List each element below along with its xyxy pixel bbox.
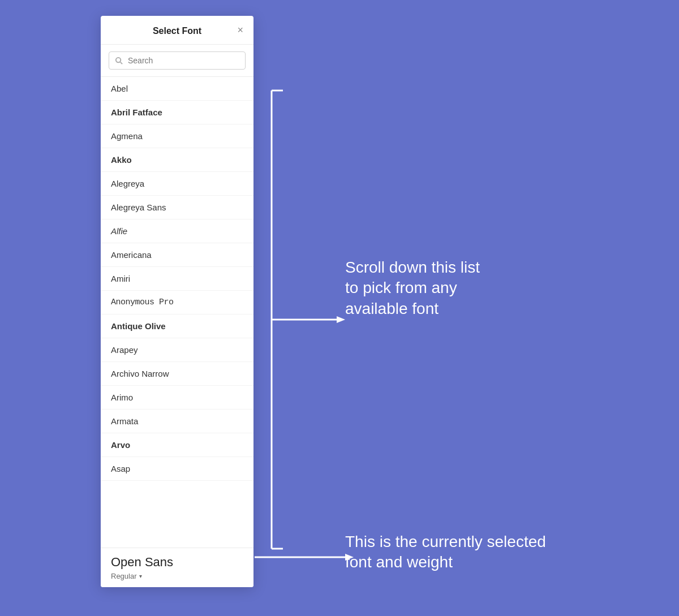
font-list-item[interactable]: Arvo (101, 433, 253, 457)
font-list-item[interactable]: Antique Olive (101, 315, 253, 338)
font-list-item[interactable]: Americana (101, 243, 253, 267)
font-list-item[interactable]: Alfie (101, 219, 253, 243)
dialog-title: Select Font (153, 26, 201, 36)
font-list-item[interactable]: Alegreya Sans (101, 196, 253, 219)
scroll-bracket (249, 88, 351, 552)
scroll-annotation: Scroll down this listto pick from anyava… (345, 257, 622, 319)
search-icon (115, 57, 123, 65)
font-list-item[interactable]: Agmena (101, 124, 253, 148)
svg-point-0 (116, 57, 121, 62)
font-list-item[interactable]: Asap (101, 457, 253, 481)
font-list-item[interactable]: Amiri (101, 267, 253, 291)
font-list-item[interactable]: Akko (101, 148, 253, 172)
svg-marker-6 (337, 316, 345, 323)
selected-font-weight[interactable]: Regular ▾ (111, 572, 243, 580)
selected-font-name: Open Sans (111, 555, 243, 570)
dialog-footer: Open Sans Regular ▾ (101, 548, 253, 587)
font-select-dialog: Select Font × AbelAbril FatfaceAgmenaAkk… (101, 16, 253, 587)
search-box (109, 51, 246, 70)
font-list-item[interactable]: Armata (101, 410, 253, 433)
selected-annotation: This is the currently selectedfont and w… (345, 532, 639, 573)
svg-line-1 (121, 62, 122, 63)
chevron-down-icon: ▾ (139, 573, 142, 579)
weight-label: Regular (111, 572, 137, 580)
font-list-item[interactable]: Anonymous Pro (101, 291, 253, 315)
dialog-header: Select Font × (101, 16, 253, 45)
font-list: AbelAbril FatfaceAgmenaAkkoAlegreyaAlegr… (101, 77, 253, 548)
search-wrapper (101, 45, 253, 77)
font-list-item[interactable]: Abril Fatface (101, 101, 253, 124)
font-list-item[interactable]: Alegreya (101, 172, 253, 196)
search-input[interactable] (128, 56, 239, 65)
font-list-item[interactable]: Abel (101, 77, 253, 101)
font-list-item[interactable]: Archivo Narrow (101, 362, 253, 386)
font-list-item[interactable]: Arimo (101, 386, 253, 410)
close-button[interactable]: × (235, 24, 246, 36)
font-list-item[interactable]: Arapey (101, 338, 253, 362)
